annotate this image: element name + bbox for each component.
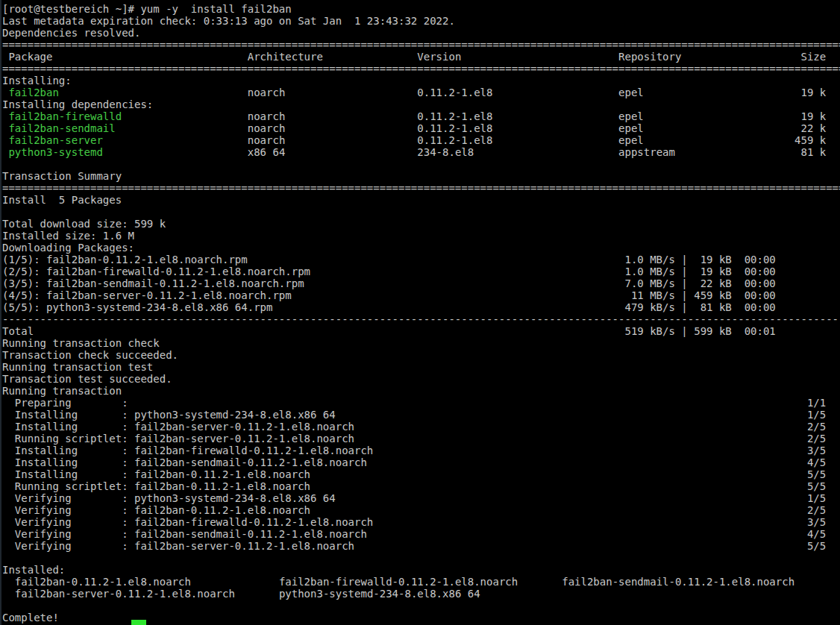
terminal-line: Installing : fail2ban-server-0.11.2-1.el…: [2, 421, 840, 433]
terminal-line: Running scriptlet: fail2ban-0.11.2-1.el8…: [2, 480, 840, 492]
terminal-text: 0.11.2-1.el8: [417, 110, 492, 122]
terminal-text: Architecture: [248, 51, 323, 63]
terminal-text: 519 kB/s: [624, 325, 674, 337]
terminal-text: |: [681, 289, 687, 301]
terminal-text: Verifying : python3-systemd-234-8.el8.x8…: [2, 492, 336, 504]
terminal-text: Installed size: 1.6 M: [2, 230, 134, 242]
terminal-text: 459 kB: [694, 289, 732, 301]
terminal-screen[interactable]: [root@testbereich ~]# yum -y install fai…: [0, 0, 840, 625]
terminal-cursor: [131, 620, 146, 625]
terminal-text: 00:00: [745, 289, 776, 301]
terminal-text: fail2ban-sendmail-0.11.2-1.el8.noarch: [562, 576, 794, 588]
terminal-text: 19 kB: [700, 266, 732, 277]
terminal-line: ========================================…: [2, 182, 840, 194]
terminal-line: Verifying : fail2ban-0.11.2-1.el8.noarch…: [2, 504, 840, 516]
terminal-text: Installing : python3-systemd-234-8.el8.x…: [2, 409, 336, 421]
terminal-line: Installing:: [2, 75, 840, 87]
terminal-line: Installed:: [2, 564, 840, 576]
terminal-line: Running transaction check: [2, 337, 840, 349]
terminal-text: 2/5: [807, 504, 826, 516]
terminal-text: 599 kB: [694, 325, 732, 337]
terminal-text: (4/5): fail2ban-server-0.11.2-1.el8.noar…: [2, 289, 292, 301]
terminal-text: x86_64: [248, 146, 286, 158]
terminal-text: fail2ban-0.11.2-1.el8.noarch: [2, 576, 191, 588]
terminal-line: fail2ban-server noarch 0.11.2-1.el8 epel…: [2, 134, 840, 146]
terminal-text: Transaction Summary: [2, 170, 122, 182]
terminal-text: 81 k: [801, 146, 827, 158]
terminal-text: 11 MB/s: [631, 289, 675, 301]
terminal-text: 22 kB: [700, 277, 732, 289]
terminal-line: ========================================…: [2, 39, 840, 51]
terminal-line: (4/5): fail2ban-server-0.11.2-1.el8.noar…: [2, 289, 840, 301]
terminal-text: ========================================…: [2, 39, 840, 51]
terminal-text: Running scriptlet: fail2ban-0.11.2-1.el8…: [2, 480, 310, 492]
terminal-line: Installing dependencies:: [2, 98, 840, 110]
terminal-line: [2, 158, 840, 170]
terminal-text: |: [681, 325, 687, 337]
terminal-line: Installing : fail2ban-sendmail-0.11.2-1.…: [2, 456, 840, 468]
terminal-line: Last metadata expiration check: 0:33:13 …: [2, 15, 840, 27]
terminal-text: 81 kB: [700, 301, 732, 313]
terminal-text: ========================================…: [2, 182, 840, 194]
terminal-text: 479 kB/s: [624, 301, 674, 313]
terminal-text: Verifying : fail2ban-server-0.11.2-1.el8…: [2, 540, 354, 552]
terminal-text: Package: [2, 51, 52, 63]
terminal-text: Preparing :: [2, 397, 128, 409]
terminal-text: noarch: [248, 134, 286, 146]
terminal-text: 4/5: [807, 528, 826, 540]
terminal-line: (2/5): fail2ban-firewalld-0.11.2-1.el8.n…: [2, 266, 840, 277]
terminal-line: Package Architecture Version Repository …: [2, 51, 840, 63]
terminal-text: fail2ban-server-0.11.2-1.el8.noarch: [2, 588, 235, 600]
terminal-text: 0.11.2-1.el8: [417, 87, 492, 98]
terminal-line: Install 5 Packages: [2, 194, 840, 206]
terminal-line: ----------------------------------------…: [2, 313, 840, 325]
terminal-text: 3/5: [807, 516, 826, 528]
terminal-text: 4/5: [807, 456, 826, 468]
terminal-line: Dependencies resolved.: [2, 27, 840, 39]
terminal-text: Complete!: [2, 612, 59, 624]
terminal-text: 00:00: [745, 266, 776, 277]
terminal-text: Total download size: 599 k: [2, 218, 166, 230]
terminal-line: fail2ban-0.11.2-1.el8.noarch fail2ban-fi…: [2, 576, 840, 588]
terminal-text: 00:00: [745, 301, 776, 313]
terminal-text: ========================================…: [2, 63, 840, 75]
terminal-text: 234-8.el8: [417, 146, 474, 158]
terminal-line: [2, 552, 840, 564]
terminal-text: |: [681, 301, 687, 313]
terminal-text: 00:01: [745, 325, 776, 337]
terminal-line: Verifying : fail2ban-firewalld-0.11.2-1.…: [2, 516, 840, 528]
terminal-text: 0.11.2-1.el8: [417, 122, 492, 134]
terminal-text: Last metadata expiration check: 0:33:13 …: [2, 15, 455, 27]
terminal-text: 2/5: [807, 433, 826, 445]
terminal-text: Total: [2, 325, 34, 337]
terminal-text: epel: [618, 87, 644, 98]
terminal-text: Verifying : fail2ban-firewalld-0.11.2-1.…: [2, 516, 373, 528]
terminal-text: Installing : fail2ban-0.11.2-1.el8.noarc…: [2, 468, 310, 480]
terminal-line: Total 519 kB/s | 599 kB 00:01: [2, 325, 840, 337]
package-name-text: python3-systemd: [2, 146, 103, 158]
terminal-text: noarch: [248, 87, 286, 98]
terminal-line: Verifying : fail2ban-sendmail-0.11.2-1.e…: [2, 528, 840, 540]
terminal-text: Installing : fail2ban-sendmail-0.11.2-1.…: [2, 456, 367, 468]
terminal-line: Transaction test succeeded.: [2, 373, 840, 385]
terminal-text: 1/5: [807, 409, 826, 421]
terminal-line: (1/5): fail2ban-0.11.2-1.el8.noarch.rpm …: [2, 254, 840, 266]
terminal-text: 0.11.2-1.el8: [417, 134, 492, 146]
terminal-text: Transaction test succeeded.: [2, 373, 172, 385]
package-name-text: fail2ban-server: [2, 134, 103, 146]
terminal-text: |: [681, 277, 687, 289]
terminal-text: Install 5 Packages: [2, 194, 122, 206]
terminal-text: (3/5): fail2ban-sendmail-0.11.2-1.el8.no…: [2, 277, 304, 289]
terminal-text: 19 kB: [700, 254, 732, 266]
terminal-text: Dependencies resolved.: [2, 27, 140, 39]
terminal-line: python3-systemd x86_64 234-8.el8 appstre…: [2, 146, 840, 158]
terminal-line: Installing : python3-systemd-234-8.el8.x…: [2, 409, 840, 421]
terminal-text: Running scriptlet: fail2ban-server-0.11.…: [2, 433, 354, 445]
terminal-text: epel: [618, 134, 644, 146]
terminal-text: (5/5): python3-systemd-234-8.el8.x86_64.…: [2, 301, 272, 313]
terminal-text: ----------------------------------------…: [2, 313, 840, 325]
terminal-text: Installed:: [2, 564, 65, 576]
terminal-text: Running transaction test: [2, 361, 153, 373]
terminal-text: 5/5: [807, 468, 826, 480]
terminal-line: [root@testbereich ~]# yum -y install fai…: [2, 3, 840, 15]
